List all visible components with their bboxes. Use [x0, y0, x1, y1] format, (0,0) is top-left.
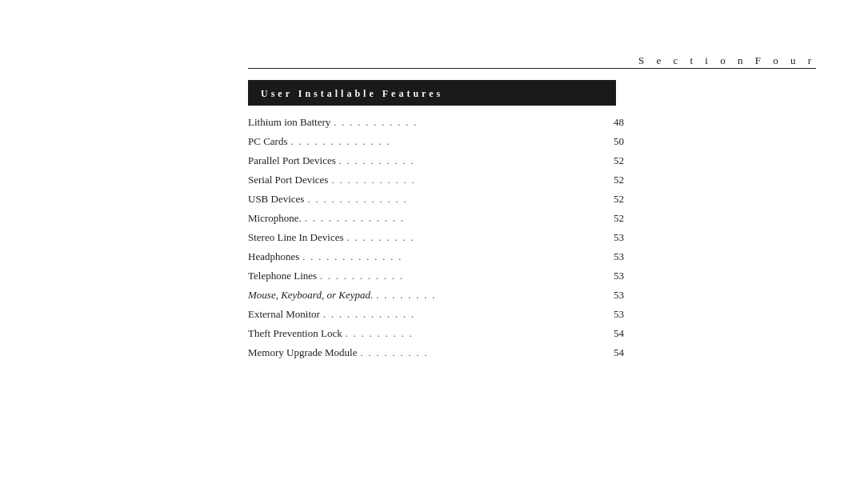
entry-dots: . . . . . . . . . . . . .	[302, 251, 602, 263]
entry-page-number: 52	[605, 174, 624, 186]
entry-label: Mouse, Keyboard, or Keypad.	[248, 289, 373, 302]
entry-dots: . . . . . . . . . . .	[331, 174, 602, 186]
entry-label: USB Devices	[248, 193, 304, 206]
entry-page-number: 54	[605, 346, 624, 359]
header-line	[248, 68, 816, 69]
entry-page-number: 54	[605, 327, 624, 340]
entry-label: Lithium ion Battery	[248, 116, 330, 129]
entry-label: PC Cards	[248, 135, 287, 148]
toc-entry: External Monitor. . . . . . . . . . . .5…	[248, 308, 624, 321]
entry-page-number: 53	[605, 289, 624, 302]
toc-entry: Mouse, Keyboard, or Keypad.. . . . . . .…	[248, 289, 624, 302]
toc-content: Lithium ion Battery. . . . . . . . . . .…	[248, 116, 624, 366]
toc-entry: Telephone Lines. . . . . . . . . . .53	[248, 270, 624, 282]
entry-page-number: 53	[605, 231, 624, 244]
entry-dots: . . . . . . . . . . . . .	[290, 136, 602, 148]
entry-page-number: 50	[605, 135, 624, 148]
entry-label: Microphone.	[248, 212, 302, 225]
toc-entry: Stereo Line In Devices. . . . . . . . .5…	[248, 231, 624, 244]
entry-label: Memory Upgrade Module	[248, 346, 357, 359]
toc-entry: Headphones. . . . . . . . . . . . .53	[248, 250, 624, 263]
toc-entry: Microphone.. . . . . . . . . . . . .52	[248, 212, 624, 225]
entry-dots: . . . . . . . . . .	[339, 155, 602, 167]
entry-page-number: 53	[605, 250, 624, 263]
toc-entry: Serial Port Devices. . . . . . . . . . .…	[248, 174, 624, 186]
entry-page-number: 53	[605, 308, 624, 321]
entry-label: Telephone Lines	[248, 270, 317, 282]
toc-entry: USB Devices. . . . . . . . . . . . .52	[248, 193, 624, 206]
toc-header-bar: User Installable Features	[248, 80, 616, 106]
toc-entry: Lithium ion Battery. . . . . . . . . . .…	[248, 116, 624, 129]
entry-label: Serial Port Devices	[248, 174, 328, 186]
entry-label: Theft Prevention Lock	[248, 327, 342, 340]
entry-dots: . . . . . . . .	[376, 290, 602, 302]
entry-page-number: 52	[605, 193, 624, 206]
toc-entry: PC Cards. . . . . . . . . . . . .50	[248, 135, 624, 148]
page-container: S e c t i o n F o u r User Installable F…	[0, 0, 864, 504]
entry-dots: . . . . . . . . . . .	[320, 270, 602, 282]
entry-dots: . . . . . . . . . . . .	[323, 309, 602, 321]
entry-label: External Monitor	[248, 308, 320, 321]
entry-dots: . . . . . . . . . . . . .	[305, 213, 602, 225]
entry-page-number: 52	[605, 154, 624, 167]
entry-label: Headphones	[248, 250, 299, 263]
entry-page-number: 53	[605, 270, 624, 282]
entry-label: Parallel Port Devices	[248, 154, 336, 167]
toc-title: User Installable Features	[261, 88, 443, 99]
toc-entry: Parallel Port Devices. . . . . . . . . .…	[248, 154, 624, 167]
entry-dots: . . . . . . . . .	[346, 232, 602, 244]
entry-dots: . . . . . . . . . . .	[334, 117, 602, 129]
entry-dots: . . . . . . . . .	[360, 347, 602, 359]
section-header: S e c t i o n F o u r	[638, 54, 816, 67]
entry-dots: . . . . . . . . .	[346, 328, 602, 340]
entry-page-number: 52	[605, 212, 624, 225]
entry-dots: . . . . . . . . . . . . .	[307, 194, 602, 206]
entry-page-number: 48	[605, 116, 624, 129]
entry-label: Stereo Line In Devices	[248, 231, 343, 244]
toc-entry: Memory Upgrade Module. . . . . . . . .54	[248, 346, 624, 359]
toc-entry: Theft Prevention Lock. . . . . . . . .54	[248, 327, 624, 340]
